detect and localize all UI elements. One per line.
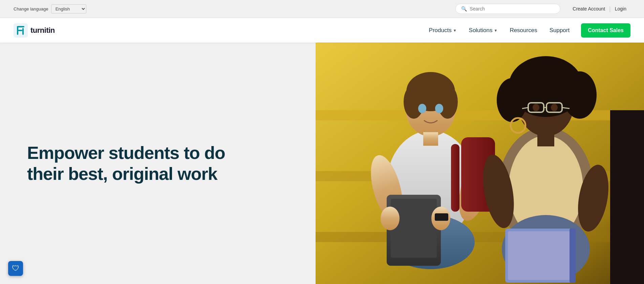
nav-solutions[interactable]: Solutions ▼: [464, 24, 502, 37]
search-icon: 🔍: [461, 6, 467, 11]
search-input[interactable]: [470, 6, 555, 11]
hero-left-panel: Empower students to do their best, origi…: [0, 43, 316, 284]
svg-rect-40: [537, 132, 554, 146]
svg-point-12: [435, 104, 443, 113]
svg-point-31: [542, 66, 570, 90]
nav-products[interactable]: Products ▼: [424, 24, 461, 37]
hero-image: [316, 43, 644, 284]
svg-rect-46: [570, 229, 576, 283]
svg-rect-17: [451, 144, 459, 212]
svg-rect-45: [508, 231, 570, 280]
language-dropdown[interactable]: English Español Français Deutsch 中文 日本語: [51, 4, 86, 14]
svg-point-21: [381, 207, 400, 230]
hero-right-panel: [316, 43, 644, 284]
solutions-chevron-icon: ▼: [494, 28, 497, 32]
login-link[interactable]: Login: [611, 6, 630, 11]
products-label: Products: [429, 27, 452, 34]
create-account-link[interactable]: Create Account: [568, 6, 609, 11]
top-bar: Change language English Español Français…: [0, 0, 644, 18]
svg-rect-47: [610, 110, 644, 284]
nav-links: Products ▼ Solutions ▼ Resources Support…: [424, 23, 630, 38]
hero-section: Empower students to do their best, origi…: [0, 43, 644, 284]
logo-link[interactable]: turnitin: [14, 23, 55, 38]
solutions-label: Solutions: [469, 27, 493, 34]
turnitin-logo-icon: [14, 23, 28, 38]
svg-rect-23: [435, 213, 448, 221]
hero-headline: Empower students to do their best, origi…: [27, 142, 225, 185]
svg-point-38: [551, 104, 558, 111]
nav-resources[interactable]: Resources: [505, 24, 542, 37]
top-right-links: Create Account | Login: [568, 5, 630, 13]
shield-check-icon: 🛡: [12, 264, 19, 273]
svg-rect-5: [316, 232, 644, 242]
svg-rect-20: [391, 199, 437, 258]
main-nav: turnitin Products ▼ Solutions ▼ Resource…: [0, 18, 644, 43]
svg-rect-13: [423, 132, 438, 146]
hero-headline-line2: their best, original work: [27, 164, 217, 184]
svg-point-37: [533, 104, 539, 111]
products-chevron-icon: ▼: [453, 28, 457, 32]
hero-headline-line1: Empower students to do: [27, 143, 225, 163]
svg-point-10: [437, 85, 458, 119]
language-label: Change language: [14, 6, 48, 11]
logo-text: turnitin: [30, 26, 55, 35]
nav-support[interactable]: Support: [545, 24, 575, 37]
svg-rect-3: [316, 110, 644, 120]
svg-point-9: [404, 85, 424, 119]
language-selector[interactable]: Change language English Español Français…: [14, 4, 86, 14]
security-badge[interactable]: 🛡: [8, 261, 23, 276]
contact-sales-button[interactable]: Contact Sales: [581, 23, 630, 38]
svg-point-11: [418, 104, 426, 113]
svg-point-28: [497, 78, 527, 122]
search-bar[interactable]: 🔍: [455, 4, 560, 14]
top-right-area: 🔍 Create Account | Login: [455, 4, 630, 14]
